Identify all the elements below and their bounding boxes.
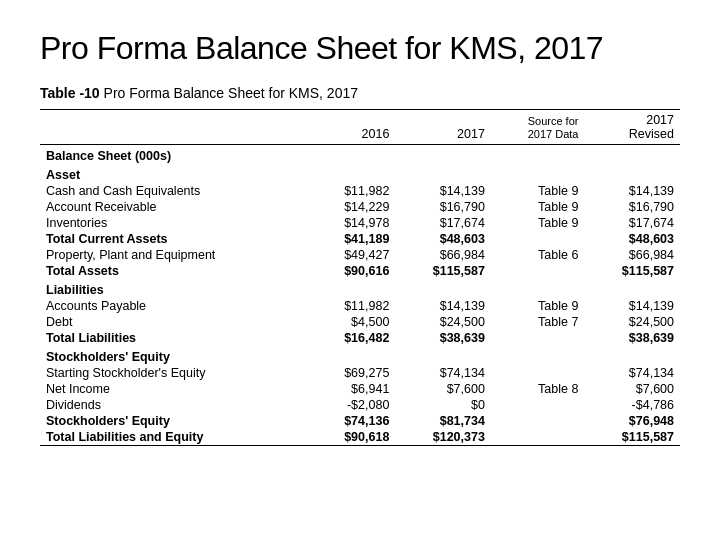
col-header-revised: 2017Revised [584, 110, 680, 145]
row-source [491, 145, 585, 165]
row-label: Net Income [40, 381, 310, 397]
table-row: Stockholders' Equity$74,136$81,734$76,94… [40, 413, 680, 429]
row-2017: $16,790 [395, 199, 491, 215]
row-2016 [310, 279, 395, 298]
row-2016: $11,982 [310, 298, 395, 314]
row-label: Total Liabilities [40, 330, 310, 346]
row-2017: $17,674 [395, 215, 491, 231]
row-source [491, 279, 585, 298]
col-header-2016: 2016 [310, 110, 395, 145]
row-revised: $48,603 [584, 231, 680, 247]
table-row: Balance Sheet (000s) [40, 145, 680, 165]
row-source: Table 7 [491, 314, 585, 330]
row-label: Dividends [40, 397, 310, 413]
row-2016: $90,618 [310, 429, 395, 446]
row-2017: $115,587 [395, 263, 491, 279]
row-2017: $120,373 [395, 429, 491, 446]
row-2016: $41,189 [310, 231, 395, 247]
table-row: Total Current Assets$41,189$48,603$48,60… [40, 231, 680, 247]
row-label: Property, Plant and Equipment [40, 247, 310, 263]
row-2016: $74,136 [310, 413, 395, 429]
row-2016: $11,982 [310, 183, 395, 199]
row-2017: $38,639 [395, 330, 491, 346]
table-row: Accounts Payable$11,982$14,139Table 9$14… [40, 298, 680, 314]
row-2016: $90,616 [310, 263, 395, 279]
row-revised: $16,790 [584, 199, 680, 215]
row-2016: $14,978 [310, 215, 395, 231]
row-source [491, 330, 585, 346]
row-revised [584, 346, 680, 365]
row-source [491, 263, 585, 279]
row-source [491, 365, 585, 381]
row-label: Total Assets [40, 263, 310, 279]
col-header-source: Source for2017 Data [491, 110, 585, 145]
table-row: Liabilities [40, 279, 680, 298]
table-row: Total Assets$90,616$115,587$115,587 [40, 263, 680, 279]
balance-sheet-table: 2016 2017 Source for2017 Data 2017Revise… [40, 109, 680, 446]
row-label: Total Current Assets [40, 231, 310, 247]
row-revised: $14,139 [584, 298, 680, 314]
table-row: Starting Stockholder's Equity$69,275$74,… [40, 365, 680, 381]
col-header-label [40, 110, 310, 145]
page-title: Pro Forma Balance Sheet for KMS, 2017 [40, 30, 680, 67]
table-row: Property, Plant and Equipment$49,427$66,… [40, 247, 680, 263]
row-2016: $16,482 [310, 330, 395, 346]
row-revised: $115,587 [584, 429, 680, 446]
row-revised: $74,134 [584, 365, 680, 381]
row-label: Accounts Payable [40, 298, 310, 314]
row-2017 [395, 279, 491, 298]
row-2017: $24,500 [395, 314, 491, 330]
row-revised: $24,500 [584, 314, 680, 330]
row-label: Liabilities [40, 279, 310, 298]
table-row: Cash and Cash Equivalents$11,982$14,139T… [40, 183, 680, 199]
row-source [491, 397, 585, 413]
row-source: Table 6 [491, 247, 585, 263]
row-label: Debt [40, 314, 310, 330]
row-2017 [395, 145, 491, 165]
row-source [491, 346, 585, 365]
row-2017: $14,139 [395, 183, 491, 199]
table-row: Stockholders' Equity [40, 346, 680, 365]
row-source: Table 9 [491, 298, 585, 314]
row-label: Account Receivable [40, 199, 310, 215]
row-2017: $66,984 [395, 247, 491, 263]
row-source: Table 9 [491, 199, 585, 215]
row-label: Asset [40, 164, 310, 183]
row-2017: $0 [395, 397, 491, 413]
row-2016: $14,229 [310, 199, 395, 215]
row-revised [584, 145, 680, 165]
row-source: Table 8 [491, 381, 585, 397]
row-2016 [310, 346, 395, 365]
row-source: Table 9 [491, 215, 585, 231]
row-source [491, 231, 585, 247]
row-2016 [310, 164, 395, 183]
row-2017: $48,603 [395, 231, 491, 247]
row-revised [584, 279, 680, 298]
row-revised: $115,587 [584, 263, 680, 279]
row-2016 [310, 145, 395, 165]
row-label: Stockholders' Equity [40, 413, 310, 429]
row-2016: $6,941 [310, 381, 395, 397]
row-2017: $81,734 [395, 413, 491, 429]
table-row: Net Income$6,941$7,600Table 8$7,600 [40, 381, 680, 397]
row-source: Table 9 [491, 183, 585, 199]
row-2016: $4,500 [310, 314, 395, 330]
row-revised: $14,139 [584, 183, 680, 199]
row-2017: $7,600 [395, 381, 491, 397]
row-label: Inventories [40, 215, 310, 231]
table-label: Table -10 Pro Forma Balance Sheet for KM… [40, 85, 680, 101]
row-source [491, 164, 585, 183]
row-revised: $76,948 [584, 413, 680, 429]
row-label: Total Liabilities and Equity [40, 429, 310, 446]
table-row: Inventories$14,978$17,674Table 9$17,674 [40, 215, 680, 231]
row-label: Cash and Cash Equivalents [40, 183, 310, 199]
row-2017: $74,134 [395, 365, 491, 381]
row-source [491, 429, 585, 446]
row-2016: $49,427 [310, 247, 395, 263]
col-header-2017: 2017 [395, 110, 491, 145]
row-2016: -$2,080 [310, 397, 395, 413]
table-row: Dividends-$2,080$0-$4,786 [40, 397, 680, 413]
row-revised: $66,984 [584, 247, 680, 263]
row-revised: $38,639 [584, 330, 680, 346]
row-revised: $17,674 [584, 215, 680, 231]
